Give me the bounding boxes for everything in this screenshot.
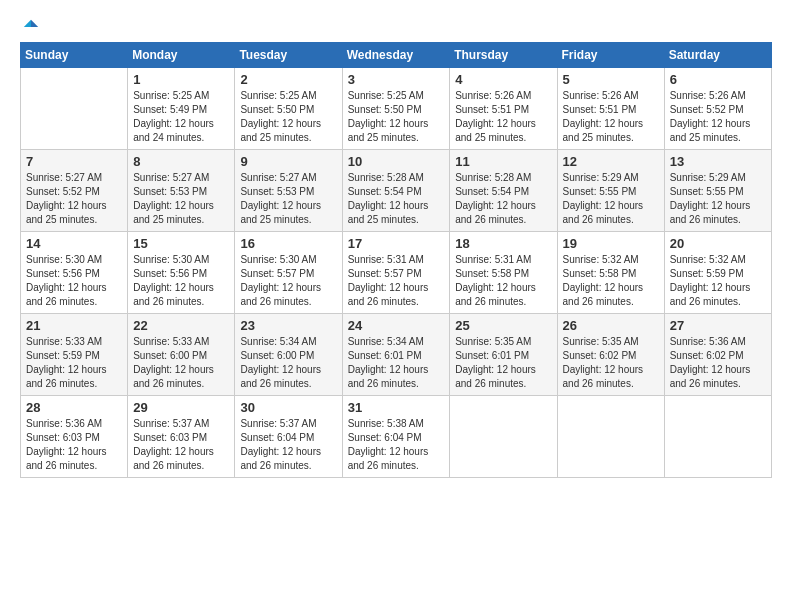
calendar-cell: 19Sunrise: 5:32 AMSunset: 5:58 PMDayligh…: [557, 232, 664, 314]
day-info: Sunrise: 5:26 AMSunset: 5:51 PMDaylight:…: [563, 89, 659, 145]
header: [20, 18, 772, 32]
calendar-week-row: 14Sunrise: 5:30 AMSunset: 5:56 PMDayligh…: [21, 232, 772, 314]
day-info: Sunrise: 5:25 AMSunset: 5:49 PMDaylight:…: [133, 89, 229, 145]
day-number: 8: [133, 154, 229, 169]
calendar-cell: 22Sunrise: 5:33 AMSunset: 6:00 PMDayligh…: [128, 314, 235, 396]
calendar-cell: 6Sunrise: 5:26 AMSunset: 5:52 PMDaylight…: [664, 68, 771, 150]
calendar-cell: [21, 68, 128, 150]
calendar-cell: 7Sunrise: 5:27 AMSunset: 5:52 PMDaylight…: [21, 150, 128, 232]
day-number: 11: [455, 154, 551, 169]
calendar-cell: 10Sunrise: 5:28 AMSunset: 5:54 PMDayligh…: [342, 150, 450, 232]
day-number: 30: [240, 400, 336, 415]
day-number: 17: [348, 236, 445, 251]
day-number: 27: [670, 318, 766, 333]
day-info: Sunrise: 5:34 AMSunset: 6:00 PMDaylight:…: [240, 335, 336, 391]
day-info: Sunrise: 5:37 AMSunset: 6:03 PMDaylight:…: [133, 417, 229, 473]
logo: [20, 18, 40, 32]
logo-flag-icon: [22, 18, 40, 36]
calendar-cell: 1Sunrise: 5:25 AMSunset: 5:49 PMDaylight…: [128, 68, 235, 150]
day-info: Sunrise: 5:35 AMSunset: 6:02 PMDaylight:…: [563, 335, 659, 391]
day-number: 4: [455, 72, 551, 87]
calendar-cell: [664, 396, 771, 478]
day-info: Sunrise: 5:37 AMSunset: 6:04 PMDaylight:…: [240, 417, 336, 473]
day-info: Sunrise: 5:36 AMSunset: 6:02 PMDaylight:…: [670, 335, 766, 391]
day-number: 21: [26, 318, 122, 333]
calendar-cell: 31Sunrise: 5:38 AMSunset: 6:04 PMDayligh…: [342, 396, 450, 478]
calendar-cell: 12Sunrise: 5:29 AMSunset: 5:55 PMDayligh…: [557, 150, 664, 232]
day-number: 6: [670, 72, 766, 87]
calendar-cell: [557, 396, 664, 478]
day-number: 14: [26, 236, 122, 251]
day-number: 10: [348, 154, 445, 169]
calendar-week-row: 7Sunrise: 5:27 AMSunset: 5:52 PMDaylight…: [21, 150, 772, 232]
calendar-cell: 28Sunrise: 5:36 AMSunset: 6:03 PMDayligh…: [21, 396, 128, 478]
calendar-week-row: 1Sunrise: 5:25 AMSunset: 5:49 PMDaylight…: [21, 68, 772, 150]
calendar-cell: 5Sunrise: 5:26 AMSunset: 5:51 PMDaylight…: [557, 68, 664, 150]
day-number: 28: [26, 400, 122, 415]
calendar-cell: 21Sunrise: 5:33 AMSunset: 5:59 PMDayligh…: [21, 314, 128, 396]
day-info: Sunrise: 5:30 AMSunset: 5:57 PMDaylight:…: [240, 253, 336, 309]
day-info: Sunrise: 5:26 AMSunset: 5:51 PMDaylight:…: [455, 89, 551, 145]
day-info: Sunrise: 5:27 AMSunset: 5:52 PMDaylight:…: [26, 171, 122, 227]
day-info: Sunrise: 5:25 AMSunset: 5:50 PMDaylight:…: [348, 89, 445, 145]
day-number: 26: [563, 318, 659, 333]
day-number: 24: [348, 318, 445, 333]
calendar-week-row: 28Sunrise: 5:36 AMSunset: 6:03 PMDayligh…: [21, 396, 772, 478]
calendar-cell: 30Sunrise: 5:37 AMSunset: 6:04 PMDayligh…: [235, 396, 342, 478]
calendar-cell: 2Sunrise: 5:25 AMSunset: 5:50 PMDaylight…: [235, 68, 342, 150]
calendar-cell: 9Sunrise: 5:27 AMSunset: 5:53 PMDaylight…: [235, 150, 342, 232]
day-number: 1: [133, 72, 229, 87]
day-number: 12: [563, 154, 659, 169]
day-info: Sunrise: 5:32 AMSunset: 5:58 PMDaylight:…: [563, 253, 659, 309]
calendar-cell: 24Sunrise: 5:34 AMSunset: 6:01 PMDayligh…: [342, 314, 450, 396]
day-number: 15: [133, 236, 229, 251]
day-info: Sunrise: 5:28 AMSunset: 5:54 PMDaylight:…: [348, 171, 445, 227]
day-number: 18: [455, 236, 551, 251]
day-number: 2: [240, 72, 336, 87]
day-number: 7: [26, 154, 122, 169]
calendar-cell: 26Sunrise: 5:35 AMSunset: 6:02 PMDayligh…: [557, 314, 664, 396]
day-info: Sunrise: 5:29 AMSunset: 5:55 PMDaylight:…: [670, 171, 766, 227]
calendar-cell: 25Sunrise: 5:35 AMSunset: 6:01 PMDayligh…: [450, 314, 557, 396]
page: SundayMondayTuesdayWednesdayThursdayFrid…: [0, 0, 792, 612]
weekday-header: Thursday: [450, 43, 557, 68]
day-info: Sunrise: 5:29 AMSunset: 5:55 PMDaylight:…: [563, 171, 659, 227]
calendar-cell: [450, 396, 557, 478]
weekday-header: Wednesday: [342, 43, 450, 68]
day-info: Sunrise: 5:31 AMSunset: 5:58 PMDaylight:…: [455, 253, 551, 309]
day-info: Sunrise: 5:33 AMSunset: 5:59 PMDaylight:…: [26, 335, 122, 391]
day-number: 13: [670, 154, 766, 169]
day-number: 20: [670, 236, 766, 251]
day-info: Sunrise: 5:33 AMSunset: 6:00 PMDaylight:…: [133, 335, 229, 391]
calendar-cell: 17Sunrise: 5:31 AMSunset: 5:57 PMDayligh…: [342, 232, 450, 314]
day-number: 5: [563, 72, 659, 87]
weekday-header: Monday: [128, 43, 235, 68]
calendar-header-row: SundayMondayTuesdayWednesdayThursdayFrid…: [21, 43, 772, 68]
day-number: 16: [240, 236, 336, 251]
calendar-cell: 14Sunrise: 5:30 AMSunset: 5:56 PMDayligh…: [21, 232, 128, 314]
day-info: Sunrise: 5:26 AMSunset: 5:52 PMDaylight:…: [670, 89, 766, 145]
day-number: 22: [133, 318, 229, 333]
day-info: Sunrise: 5:30 AMSunset: 5:56 PMDaylight:…: [133, 253, 229, 309]
calendar-cell: 4Sunrise: 5:26 AMSunset: 5:51 PMDaylight…: [450, 68, 557, 150]
calendar-cell: 3Sunrise: 5:25 AMSunset: 5:50 PMDaylight…: [342, 68, 450, 150]
weekday-header: Sunday: [21, 43, 128, 68]
svg-marker-1: [24, 20, 31, 27]
day-number: 9: [240, 154, 336, 169]
day-info: Sunrise: 5:30 AMSunset: 5:56 PMDaylight:…: [26, 253, 122, 309]
day-number: 19: [563, 236, 659, 251]
day-info: Sunrise: 5:34 AMSunset: 6:01 PMDaylight:…: [348, 335, 445, 391]
weekday-header: Friday: [557, 43, 664, 68]
calendar-week-row: 21Sunrise: 5:33 AMSunset: 5:59 PMDayligh…: [21, 314, 772, 396]
day-info: Sunrise: 5:32 AMSunset: 5:59 PMDaylight:…: [670, 253, 766, 309]
calendar-cell: 15Sunrise: 5:30 AMSunset: 5:56 PMDayligh…: [128, 232, 235, 314]
day-info: Sunrise: 5:38 AMSunset: 6:04 PMDaylight:…: [348, 417, 445, 473]
weekday-header: Saturday: [664, 43, 771, 68]
day-info: Sunrise: 5:28 AMSunset: 5:54 PMDaylight:…: [455, 171, 551, 227]
calendar-cell: 27Sunrise: 5:36 AMSunset: 6:02 PMDayligh…: [664, 314, 771, 396]
calendar-cell: 16Sunrise: 5:30 AMSunset: 5:57 PMDayligh…: [235, 232, 342, 314]
svg-marker-0: [31, 20, 38, 27]
day-info: Sunrise: 5:27 AMSunset: 5:53 PMDaylight:…: [133, 171, 229, 227]
day-number: 31: [348, 400, 445, 415]
calendar-cell: 13Sunrise: 5:29 AMSunset: 5:55 PMDayligh…: [664, 150, 771, 232]
